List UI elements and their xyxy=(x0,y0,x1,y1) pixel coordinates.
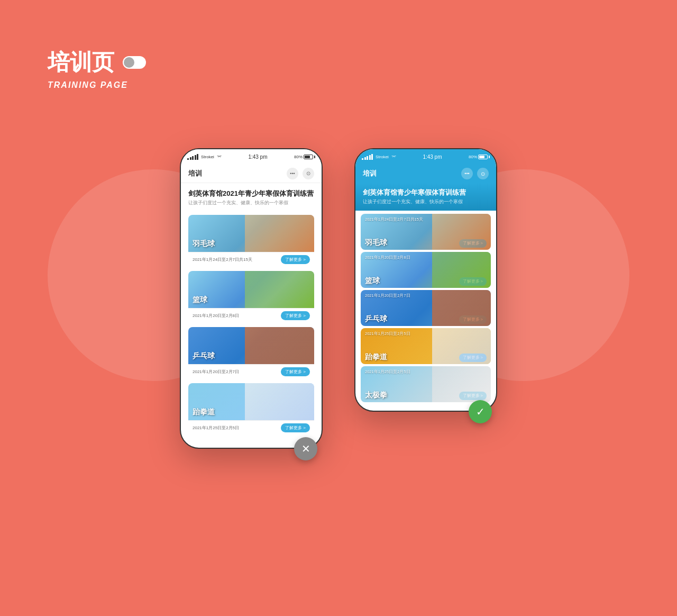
sport-card-badminton-a: 羽毛球 2021年1月24日至2月7日共15天 了解更多 > xyxy=(188,215,314,267)
taekwondo-btn-a[interactable]: 了解更多 > xyxy=(281,423,310,432)
time-b: 1:43 pm xyxy=(423,154,442,160)
badminton-name-a: 羽毛球 xyxy=(193,239,215,249)
pingpong-image-a: 乒乓球 xyxy=(188,327,314,364)
pingpong-date-overlay-b: 2021年1月20日至2月7日 xyxy=(365,293,410,298)
sub-title-b: 让孩子们度过一个充实、健康、快乐的一个寒假 xyxy=(363,198,489,205)
wifi-icon-a: ⌤ xyxy=(217,155,222,159)
sport-card-taiji-b: 2021年1月25日至2月5日 太极拳 了解更多 > xyxy=(361,366,491,402)
nav-title-b: 培训 xyxy=(363,169,377,178)
page-header: 培训页 TRAINING PAGE xyxy=(48,48,146,90)
sport-card-taekwondo-a: 跆拳道 2021年1月25日至2月5日 了解更多 > xyxy=(188,383,314,435)
basketball-name-b: 篮球 xyxy=(365,276,380,286)
battery-fill-a xyxy=(305,156,310,158)
basketball-date-a: 2021年1月20日至2月8日 xyxy=(193,313,239,319)
battery-tip-a xyxy=(314,156,315,158)
dot4 xyxy=(195,155,196,160)
taekwondo-name-a: 跆拳道 xyxy=(193,407,215,417)
pingpong-footer-a: 2021年1月20日至2月7日 了解更多 > xyxy=(188,364,314,379)
accept-button-b[interactable]: ✓ xyxy=(469,400,492,423)
status-bar-a: Strokei ⌤ 1:43 pm 80% xyxy=(181,149,322,164)
more-icon-a[interactable]: ••• xyxy=(287,168,298,179)
sub-title-a: 让孩子们度过一个充实、健康、快乐的一个寒假 xyxy=(188,200,314,206)
nav-bar-a: 培训 ••• ⊙ xyxy=(181,164,322,183)
sport-card-pingpong-a: 乒乓球 2021年1月20日至2月7日 了解更多 > xyxy=(188,327,314,379)
reject-button-a[interactable]: ✕ xyxy=(294,437,317,460)
badminton-footer-a: 2021年1月24日至2月7日共15天 了解更多 > xyxy=(188,252,314,267)
time-a: 1:43 pm xyxy=(248,154,267,160)
nav-icons-a: ••• ⊙ xyxy=(287,168,314,179)
main-title-b: 剑英体育馆青少年寒假体育训练营 xyxy=(363,188,489,197)
sport-card-pingpong-b: 2021年1月20日至2月7日 乒乓球 了解更多 > xyxy=(361,290,491,326)
page-title-en: TRAINING PAGE xyxy=(48,80,146,90)
battery-body-b xyxy=(478,155,488,159)
status-bar-b: Strokei ⌤ 1:43 pm 80% xyxy=(355,149,496,164)
taekwondo-name-b: 跆拳道 xyxy=(365,352,387,362)
more-icon-b[interactable]: ••• xyxy=(461,168,473,179)
basketball-date-overlay-b: 2021年1月20日至2月8日 xyxy=(365,255,410,260)
carrier-a: Strokei xyxy=(201,155,214,159)
phone-b: Strokei ⌤ 1:43 pm 80% 培训 ••• ⊙ xyxy=(354,148,497,412)
badminton-btn-a[interactable]: 了解更多 > xyxy=(281,255,310,264)
scan-icon-b[interactable]: ⊙ xyxy=(477,168,489,179)
taekwondo-date-a: 2021年1月25日至2月5日 xyxy=(193,425,239,431)
taekwondo-footer-a: 2021年1月25日至2月5日 了解更多 > xyxy=(188,420,314,435)
badminton-name-b: 羽毛球 xyxy=(365,238,387,248)
phone-a-wrapper: Strokei ⌤ 1:43 pm 80% 培训 ••• ⊙ xyxy=(180,148,323,449)
carrier-b: Strokei xyxy=(376,155,389,159)
dot1b xyxy=(362,158,363,160)
phone-b-wrapper: Strokei ⌤ 1:43 pm 80% 培训 ••• ⊙ xyxy=(354,148,497,412)
basketball-name-a: 篮球 xyxy=(193,295,207,305)
wifi-icon-b: ⌤ xyxy=(391,155,396,159)
phones-wrapper: Strokei ⌤ 1:43 pm 80% 培训 ••• ⊙ xyxy=(180,148,497,449)
app-header-b: 剑英体育馆青少年寒假体育训练营 让孩子们度过一个充实、健康、快乐的一个寒假 xyxy=(355,183,496,211)
basketball-image-a: 篮球 xyxy=(188,271,314,308)
battery-b: 80% xyxy=(469,155,490,159)
battery-tip-b xyxy=(489,156,490,158)
phone-a: Strokei ⌤ 1:43 pm 80% 培训 ••• ⊙ xyxy=(180,148,323,449)
dot4b xyxy=(369,155,371,160)
sport-card-taekwondo-b: 2021年1月25日至2月5日 跆拳道 了解更多 > xyxy=(361,328,491,364)
taekwondo-image-a: 跆拳道 xyxy=(188,383,314,420)
pingpong-name-a: 乒乓球 xyxy=(193,351,215,361)
pingpong-btn-a[interactable]: 了解更多 > xyxy=(281,367,310,376)
dot5 xyxy=(197,154,198,160)
sport-card-badminton-b: 2021年1月24日至2月7日共15天 羽毛球 了解更多 > xyxy=(361,214,491,250)
dot2 xyxy=(190,157,191,160)
signal-a: Strokei ⌤ xyxy=(187,154,222,160)
battery-pct-b: 80% xyxy=(469,155,477,159)
pingpong-date-a: 2021年1月20日至2月7日 xyxy=(193,369,239,375)
main-title-a: 剑英体育馆2021年青少年寒假体育训练营 xyxy=(188,189,314,198)
taiji-name-b: 太极拳 xyxy=(365,391,387,400)
taiji-date-overlay-b: 2021年1月25日至2月5日 xyxy=(365,369,410,375)
page-title-cn: 培训页 xyxy=(48,48,114,77)
battery-pct-a: 80% xyxy=(294,155,303,159)
badminton-date-a: 2021年1月24日至2月7日共15天 xyxy=(193,257,252,262)
dot5b xyxy=(371,154,373,160)
nav-bar-b: 培训 ••• ⊙ xyxy=(355,164,496,183)
app-header-a: 剑英体育馆2021年青少年寒假体育训练营 让孩子们度过一个充实、健康、快乐的一个… xyxy=(181,183,322,211)
signal-dots-a xyxy=(187,154,198,160)
basketball-footer-a: 2021年1月20日至2月8日 了解更多 > xyxy=(188,308,314,323)
badminton-image-a: 羽毛球 xyxy=(188,215,314,252)
dot3 xyxy=(192,156,194,160)
badminton-date-overlay-b: 2021年1月24日至2月7日共15天 xyxy=(365,217,423,222)
nav-title-a: 培训 xyxy=(188,169,202,178)
dot2b xyxy=(364,157,366,160)
toggle-knob xyxy=(124,57,134,68)
sport-card-basketball-a: 篮球 2021年1月20日至2月8日 了解更多 > xyxy=(188,271,314,323)
dot3b xyxy=(367,156,368,160)
basketball-btn-a[interactable]: 了解更多 > xyxy=(281,311,310,320)
toggle-switch[interactable] xyxy=(123,56,146,69)
scan-icon-a[interactable]: ⊙ xyxy=(303,168,314,179)
taekwondo-date-overlay-b: 2021年1月25日至2月5日 xyxy=(365,331,410,337)
nav-icons-b: ••• ⊙ xyxy=(461,168,489,179)
pingpong-name-b: 乒乓球 xyxy=(365,314,387,324)
battery-fill-b xyxy=(479,156,484,158)
battery-a: 80% xyxy=(294,155,315,159)
signal-dots-b xyxy=(362,154,373,160)
signal-b: Strokei ⌤ xyxy=(362,154,396,160)
battery-body-a xyxy=(304,155,313,159)
sport-card-basketball-b: 2021年1月20日至2月8日 篮球 了解更多 > xyxy=(361,252,491,288)
dot1 xyxy=(187,158,189,160)
